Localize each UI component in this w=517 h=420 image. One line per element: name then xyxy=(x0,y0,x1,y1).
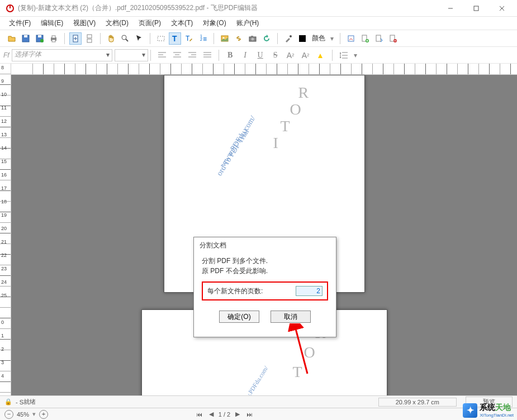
window-title: (复制)-新建文本文档 (2)（合并）.pdf_2021020509553952… xyxy=(18,3,258,13)
page-continuous-icon[interactable] xyxy=(83,32,96,45)
eyedropper-icon[interactable] xyxy=(282,32,295,45)
svg-rect-3 xyxy=(474,6,478,11)
svg-point-30 xyxy=(290,35,292,37)
workarea: 891011121314151617181920212223242501234 … xyxy=(0,64,517,395)
ok-button[interactable]: 确定(O) xyxy=(219,311,259,323)
svg-rect-31 xyxy=(299,35,306,42)
strike-button[interactable]: S xyxy=(269,49,282,61)
menu-account[interactable]: 账户(H) xyxy=(232,17,264,29)
align-justify-icon[interactable] xyxy=(201,49,214,61)
svg-rect-1 xyxy=(10,5,11,8)
pages-input[interactable] xyxy=(296,286,322,296)
camera-icon[interactable] xyxy=(246,32,259,45)
zoom-in-button[interactable]: + xyxy=(39,410,48,419)
svg-rect-29 xyxy=(251,36,253,37)
saveas-icon[interactable] xyxy=(34,32,46,45)
refresh-icon[interactable] xyxy=(260,32,273,45)
maximize-button[interactable] xyxy=(463,0,489,17)
footer-controls: − 45% ▾ + ⏮ ◀ 1 / 2 ▶ ⏭ xyxy=(0,408,517,420)
svg-rect-12 xyxy=(52,36,55,38)
page-indicator: 1 / 2 xyxy=(219,411,230,418)
menu-file[interactable]: 文件(F) xyxy=(4,17,35,29)
hand-icon[interactable] xyxy=(105,32,117,45)
status-sep: - S xyxy=(16,399,23,405)
brand-icon: ✦ xyxy=(463,403,477,418)
delete-page-icon[interactable] xyxy=(387,32,399,45)
svg-rect-7 xyxy=(24,35,27,37)
svg-point-17 xyxy=(122,35,126,40)
align-center-icon[interactable] xyxy=(170,49,184,61)
split-dialog: 分割文档 分割 PDF 到多个文件. 原 PDF 不会受此影响. 每个新文件的页… xyxy=(193,237,336,337)
svg-text:2: 2 xyxy=(200,37,202,41)
zoom-icon[interactable] xyxy=(119,32,131,45)
color-dropdown[interactable]: ▾ xyxy=(329,35,335,42)
dialog-description: 分割 PDF 到多个文件. 原 PDF 不会受此影响. xyxy=(202,256,328,276)
toolbar-main: T T 12≡ 颜色 ▾ xyxy=(0,30,517,47)
svg-line-18 xyxy=(126,39,128,41)
zoom-out-button[interactable]: − xyxy=(4,410,13,419)
svg-rect-15 xyxy=(87,35,92,38)
menu-object[interactable]: 对象(O) xyxy=(198,17,230,29)
italic-button[interactable]: I xyxy=(239,49,252,61)
titlebar: (复制)-新建文本文档 (2)（合并）.pdf_2021020509553952… xyxy=(0,0,517,17)
svg-rect-35 xyxy=(376,35,381,41)
first-page-button[interactable]: ⏮ xyxy=(195,411,204,418)
cancel-button[interactable]: 取消 xyxy=(271,311,311,323)
align-right-icon[interactable] xyxy=(186,49,199,61)
svg-rect-9 xyxy=(38,35,41,37)
edit-object-icon[interactable] xyxy=(155,32,167,45)
last-page-button[interactable]: ⏭ xyxy=(245,411,254,418)
spacing-dropdown[interactable]: ▾ xyxy=(352,51,359,59)
svg-rect-16 xyxy=(87,39,92,42)
document-canvas[interactable]: www.PDFdu.com/ ord To PDF Trial R O T I … xyxy=(11,75,517,395)
superscript-button[interactable]: A2 xyxy=(284,49,297,61)
menu-document[interactable]: 文档(D) xyxy=(101,17,133,29)
add-page-icon[interactable] xyxy=(359,32,371,45)
zoom-dropdown[interactable]: ▾ xyxy=(32,411,36,418)
pages-per-file-field: 每个新文件的页数: xyxy=(202,281,328,300)
link-icon[interactable] xyxy=(233,32,245,45)
color-label: 颜色 xyxy=(310,34,327,43)
svg-rect-19 xyxy=(158,36,164,41)
prev-page-button[interactable]: ◀ xyxy=(207,411,215,418)
status-ready: 就绪 xyxy=(23,398,36,406)
svg-text:T: T xyxy=(186,35,190,42)
close-button[interactable] xyxy=(489,0,515,17)
status-bar: 🔒 - S 就绪 20.99 x 29.7 cm 预览 xyxy=(0,395,517,408)
print-icon[interactable] xyxy=(48,32,60,45)
page-mode-icon[interactable] xyxy=(69,32,82,45)
extract-page-icon[interactable] xyxy=(373,32,385,45)
open-icon[interactable] xyxy=(6,32,18,45)
subscript-button[interactable]: A2 xyxy=(299,49,312,61)
menu-edit[interactable]: 编辑(E) xyxy=(36,17,68,29)
next-page-button[interactable]: ▶ xyxy=(234,411,241,418)
zoom-level: 45% xyxy=(17,411,29,418)
svg-point-28 xyxy=(252,37,254,40)
bold-button[interactable]: B xyxy=(224,49,237,61)
stamp-icon[interactable] xyxy=(345,32,357,45)
app-icon xyxy=(6,4,15,13)
ruler-vertical: 891011121314151617181920212223242501234 xyxy=(0,64,11,395)
menu-page[interactable]: 页面(P) xyxy=(134,17,165,29)
field-label: 每个新文件的页数: xyxy=(207,287,296,296)
minimize-button[interactable] xyxy=(438,0,463,17)
toolbar-format: Ff 选择字体 B I U S A2 A2 ▾ xyxy=(0,47,517,64)
font-family-select[interactable]: 选择字体 xyxy=(12,49,112,61)
menu-text[interactable]: 文本(T) xyxy=(167,17,197,29)
svg-rect-13 xyxy=(52,40,55,42)
highlight-icon[interactable] xyxy=(314,49,328,61)
select-icon[interactable] xyxy=(133,32,145,45)
align-left-icon[interactable] xyxy=(155,49,169,61)
font-size-select[interactable] xyxy=(115,49,148,61)
image-tool-icon[interactable] xyxy=(219,32,231,45)
watermark-url-2: www.PDFdu.com/ xyxy=(239,365,269,395)
line-spacing-icon[interactable] xyxy=(337,49,350,61)
menu-view[interactable]: 视图(V) xyxy=(69,17,100,29)
watermark-line2: ord To PDF Trial xyxy=(215,127,250,178)
vertical-text-icon[interactable]: 12≡ xyxy=(197,32,209,45)
text-edit-icon[interactable]: T xyxy=(183,32,195,45)
underline-button[interactable]: U xyxy=(254,49,267,61)
color-swatch-icon[interactable] xyxy=(296,32,309,45)
save-icon[interactable] xyxy=(20,32,32,45)
text-tool-icon[interactable]: T xyxy=(169,32,181,45)
